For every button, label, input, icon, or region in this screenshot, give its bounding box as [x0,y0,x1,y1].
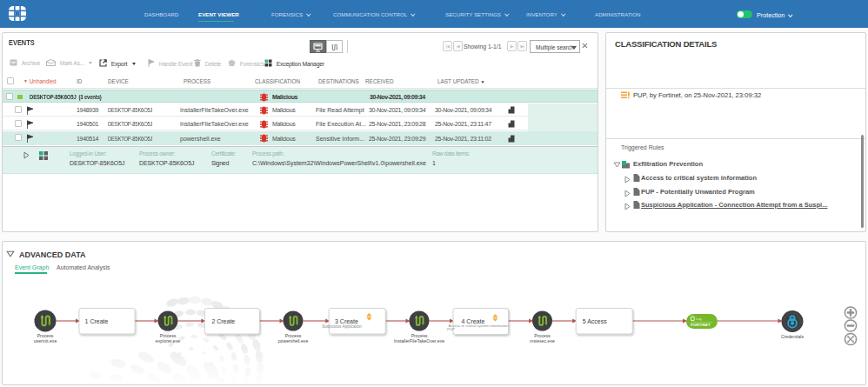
svg-text:InstallerFileTakeOver.exe: InstallerFileTakeOver.exe [394,338,444,344]
svg-text:PUP: PUP [447,327,455,331]
svg-text:5 Access: 5 Access [583,318,608,324]
svg-text:userinit.exe: userinit.exe [34,338,57,344]
svg-text:FORTINET: FORTINET [691,323,711,327]
svg-text:3 Create: 3 Create [335,318,358,324]
svg-text:explorer.exe: explorer.exe [156,338,180,344]
svg-text:Log: Log [696,317,702,321]
svg-text:Credentials: Credentials [781,334,805,339]
svg-text:1 Create: 1 Create [85,318,109,324]
svg-text:2 Create: 2 Create [211,318,235,324]
svg-text:Suspicious Application: Suspicious Application [322,324,362,329]
svg-text:powershell.exe: powershell.exe [278,338,309,344]
svg-text:msiexec.exe: msiexec.exe [530,338,555,344]
svg-text:Access to critical system info: Access to critical system information [448,324,509,328]
